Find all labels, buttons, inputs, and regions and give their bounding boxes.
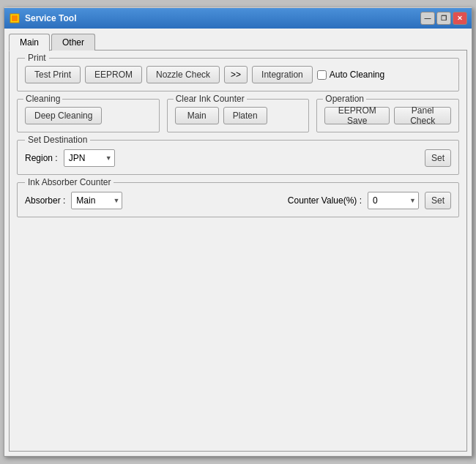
panel-check-button[interactable]: Panel Check bbox=[394, 107, 451, 124]
counter-right: Counter Value(%) : 0 10 20 50 100 ▼ Se bbox=[288, 192, 451, 209]
tab-bar: Main Other bbox=[9, 33, 467, 50]
tab-main[interactable]: Main bbox=[9, 34, 50, 51]
cleaning-group-label: Cleaning bbox=[23, 94, 62, 104]
main-window: Service Tool — ❐ ✕ Main Other Print Test… bbox=[4, 7, 472, 457]
arrow-button[interactable]: >> bbox=[224, 66, 248, 83]
svg-rect-1 bbox=[12, 15, 18, 21]
ink-absorber-label: Ink Absorber Counter bbox=[25, 177, 114, 187]
minimize-button[interactable]: — bbox=[420, 12, 435, 25]
restore-button[interactable]: ❐ bbox=[436, 12, 451, 25]
clear-ink-group: Clear Ink Counter Main Platen bbox=[167, 99, 310, 132]
absorber-label-text: Absorber : bbox=[25, 195, 65, 206]
integration-button[interactable]: Integration bbox=[252, 66, 313, 83]
deep-cleaning-button[interactable]: Deep Cleaning bbox=[25, 107, 102, 124]
title-bar: Service Tool — ❐ ✕ bbox=[4, 8, 472, 29]
counter-select-wrapper: 0 10 20 50 100 ▼ bbox=[368, 192, 419, 209]
region-select-wrapper: JPN USA EUR ▼ bbox=[64, 149, 115, 167]
region-label: Region : bbox=[25, 153, 58, 163]
absorber-select[interactable]: Main Sub bbox=[71, 192, 122, 209]
tab-other[interactable]: Other bbox=[51, 34, 95, 50]
ink-absorber-group: Ink Absorber Counter Absorber : Main Sub… bbox=[17, 182, 459, 217]
operation-content: EEPROM Save Panel Check bbox=[324, 107, 451, 124]
cleaning-group-content: Deep Cleaning bbox=[25, 107, 152, 124]
eeprom-save-button[interactable]: EEPROM Save bbox=[324, 107, 390, 124]
set-destination-group: Set Destination Region : JPN USA EUR ▼ bbox=[17, 140, 459, 175]
print-group-label: Print bbox=[25, 53, 49, 63]
region-select[interactable]: JPN USA EUR bbox=[64, 149, 115, 167]
eeprom-button[interactable]: EEPROM bbox=[85, 66, 142, 83]
cleaning-group: Cleaning Deep Cleaning bbox=[17, 99, 160, 132]
close-button[interactable]: ✕ bbox=[453, 12, 467, 25]
test-print-button[interactable]: Test Print bbox=[25, 66, 81, 83]
middle-groups: Cleaning Deep Cleaning Clear Ink Counter… bbox=[17, 99, 459, 132]
operation-label: Operation bbox=[323, 94, 366, 104]
auto-cleaning-checkbox[interactable] bbox=[317, 70, 327, 80]
operation-group: Operation EEPROM Save Panel Check bbox=[316, 99, 459, 132]
clear-ink-label: Clear Ink Counter bbox=[174, 94, 247, 104]
platen-button[interactable]: Platen bbox=[223, 107, 267, 124]
absorber-select-wrapper: Main Sub ▼ bbox=[71, 192, 122, 209]
app-icon bbox=[9, 12, 21, 24]
nozzle-check-button[interactable]: Nozzle Check bbox=[146, 66, 220, 83]
tab-content-main: Print Test Print EEPROM Nozzle Check >> … bbox=[9, 50, 467, 452]
absorber-left: Absorber : Main Sub ▼ bbox=[25, 192, 122, 209]
window-body: Main Other Print Test Print EEPROM Nozzl… bbox=[4, 29, 472, 456]
auto-cleaning-row: Auto Cleaning bbox=[317, 70, 384, 80]
absorber-set-button[interactable]: Set bbox=[425, 192, 451, 209]
counter-value-label: Counter Value(%) : bbox=[288, 195, 362, 206]
clear-ink-content: Main Platen bbox=[175, 107, 302, 124]
set-destination-label: Set Destination bbox=[25, 135, 90, 145]
print-group: Print Test Print EEPROM Nozzle Check >> … bbox=[17, 58, 459, 91]
window-title: Service Tool bbox=[25, 13, 420, 23]
counter-select[interactable]: 0 10 20 50 100 bbox=[368, 192, 419, 209]
absorber-row: Absorber : Main Sub ▼ Counter Value(%) : bbox=[25, 192, 451, 209]
destination-row: Region : JPN USA EUR ▼ Set bbox=[25, 149, 451, 167]
region-row: Region : JPN USA EUR ▼ bbox=[25, 149, 115, 167]
auto-cleaning-label: Auto Cleaning bbox=[330, 70, 384, 80]
print-group-content: Test Print EEPROM Nozzle Check >> Integr… bbox=[25, 66, 451, 83]
destination-set-button[interactable]: Set bbox=[425, 149, 451, 167]
window-controls: — ❐ ✕ bbox=[420, 12, 467, 25]
main-ink-button[interactable]: Main bbox=[175, 107, 219, 124]
